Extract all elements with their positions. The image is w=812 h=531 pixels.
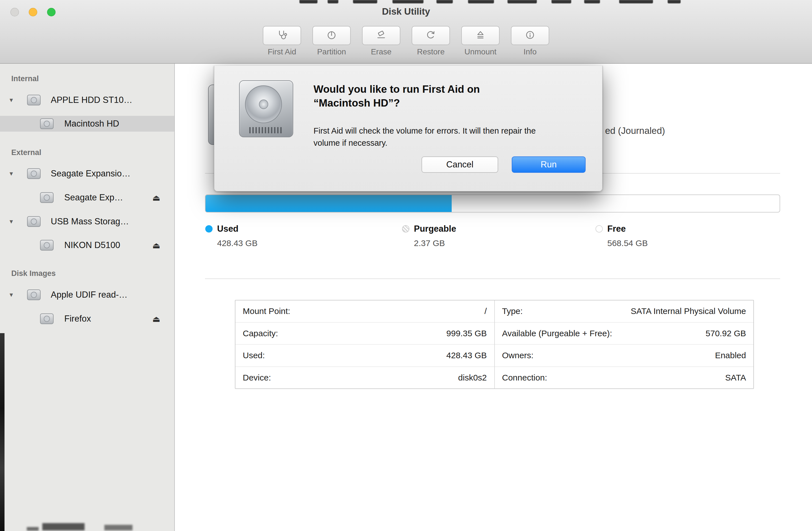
desktop-edge-strip [0,333,4,531]
volume-icon [40,313,54,324]
info-button[interactable] [511,26,549,45]
details-table: Mount Point: / Capacity: 999.35 GB Used:… [235,300,754,389]
toolbar-item-erase: Erase [361,26,401,56]
partition-button[interactable] [313,26,351,45]
sidebar: Internal ▼ APPLE HDD ST10… Macintosh HD … [0,64,175,531]
desktop-artifact [584,0,600,3]
detail-row-used: Used: 428.43 GB [235,345,494,367]
cancel-button[interactable]: Cancel [421,157,498,173]
toolbar-item-first-aid: First Aid [262,26,302,56]
drive-icon [27,216,41,227]
macintosh-hd-icon [239,80,293,137]
sidebar-item-apple-hdd[interactable]: ▼ APPLE HDD ST10… [0,92,174,108]
legend-purgeable: Purgeable 2.37 GB [402,224,456,248]
eject-button[interactable]: ⏏ [152,314,160,324]
sidebar-item-firefox[interactable]: Firefox ⏏ [0,311,174,327]
detail-label: Owners: [502,351,534,360]
sidebar-item-apple-udif[interactable]: ▼ Apple UDIF read-… [0,287,174,303]
disk-platter [245,85,282,123]
detail-row-mount-point: Mount Point: / [235,300,494,323]
used-swatch [205,225,213,233]
toolbar-item-unmount: Unmount [461,26,500,56]
toolbar-item-partition: Partition [312,26,351,56]
detail-row-capacity: Capacity: 999.35 GB [235,323,494,345]
disclosure-triangle-icon[interactable]: ▼ [7,218,16,225]
toolbar-label: Partition [317,47,346,56]
dialog-title: Would you like to run First Aid on “Maci… [314,83,522,110]
detail-value: / [484,306,487,316]
disclosure-triangle-icon[interactable]: ▼ [7,171,16,177]
toolbar-label: Erase [371,47,391,56]
toolbar-item-info: Info [510,26,550,56]
toolbar-label: Restore [417,47,445,56]
desktop-artifact [392,0,423,3]
toolbar: First Aid Partition Erase [0,26,812,56]
drive-icon [27,290,41,300]
desktop-artifact [508,0,537,3]
desktop-artifact [668,0,681,3]
desktop-artifact [42,523,85,530]
sidebar-item-seagate-exp-volume[interactable]: Seagate Exp… ⏏ [0,190,174,205]
erase-icon [376,29,387,42]
free-swatch [595,225,603,233]
restore-button[interactable] [412,26,450,45]
first-aid-icon [276,29,288,42]
volume-icon [40,118,54,129]
purgeable-swatch [402,225,409,233]
unmount-button[interactable] [461,26,499,45]
toolbar-label: Unmount [464,47,496,56]
sidebar-section-disk-images: Disk Images [11,269,56,278]
toolbar-item-restore: Restore [411,26,451,56]
detail-label: Device: [243,373,271,382]
volume-icon [40,192,54,203]
sidebar-item-seagate-expansion[interactable]: ▼ Seagate Expansio… [0,166,174,181]
desktop-artifact [551,0,571,3]
detail-value: 999.35 GB [446,329,487,338]
usage-used-fill [205,195,452,212]
storage-usage-bar [205,194,780,212]
detail-value: disk0s2 [458,373,487,382]
detail-row-owners: Owners: Enabled [495,345,754,367]
sidebar-item-nikon-d5100[interactable]: NIKON D5100 ⏏ [0,237,174,253]
detail-label: Available (Purgeable + Free): [502,329,612,338]
sidebar-section-external: External [11,148,41,157]
disclosure-triangle-icon[interactable]: ▼ [7,292,16,298]
desktop-artifact [353,0,377,3]
info-icon [524,29,536,42]
desktop-artifact [104,525,132,530]
desktop-artifact [619,0,653,3]
partition-icon [326,29,337,42]
sidebar-item-usb-mass-storage[interactable]: ▼ USB Mass Storag… [0,213,174,230]
toolbar-label: First Aid [267,47,296,56]
window-chrome: Disk Utility First Aid Partition [0,0,812,64]
legend-free: Free 568.54 GB [595,224,648,248]
detail-value: SATA Internal Physical Volume [631,306,746,316]
drive-icon [27,168,41,179]
detail-label: Mount Point: [243,306,290,316]
detail-label: Type: [502,306,523,316]
eject-button[interactable]: ⏏ [152,240,160,250]
section-divider [205,279,780,279]
first-aid-button[interactable] [263,26,301,45]
legend-used: Used 428.43 GB [205,224,257,248]
detail-label: Used: [243,351,265,360]
run-button[interactable]: Run [512,157,585,173]
desktop-artifact [436,0,453,3]
first-aid-dialog: Would you like to run First Aid on “Maci… [214,66,603,191]
disclosure-triangle-icon[interactable]: ▼ [7,97,16,103]
details-left-column: Mount Point: / Capacity: 999.35 GB Used:… [235,300,494,388]
detail-value: 428.43 GB [446,351,487,360]
volume-format-text: ed (Journaled) [605,126,665,136]
detail-label: Connection: [502,373,547,382]
detail-row-device: Device: disk0s2 [235,367,494,389]
free-value: 568.54 GB [607,238,648,248]
detail-value: SATA [725,373,746,382]
erase-button[interactable] [362,26,400,45]
toolbar-label: Info [524,47,537,56]
eject-button[interactable]: ⏏ [152,193,160,203]
drive-icon [27,95,41,105]
purgeable-value: 2.37 GB [414,238,456,248]
sidebar-item-macintosh-hd[interactable]: Macintosh HD [0,116,174,132]
detail-value: 570.92 GB [706,329,746,338]
screen: Disk Utility First Aid Partition [0,0,812,531]
